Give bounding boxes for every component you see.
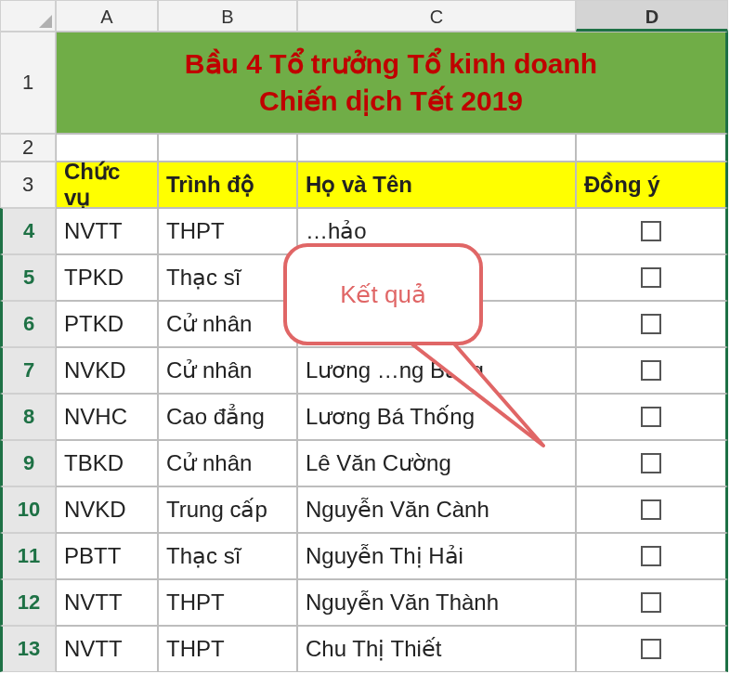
col-header-B[interactable]: B xyxy=(158,0,297,32)
row-header-13[interactable]: 13 xyxy=(0,626,56,672)
cell-10-C[interactable]: Nguyễn Văn Cành xyxy=(297,486,576,533)
row-header-7[interactable]: 7 xyxy=(0,347,56,394)
cell-6-A[interactable]: PTKD xyxy=(56,301,158,347)
col-header-D[interactable]: D xyxy=(576,0,728,32)
cell-11-B[interactable]: Thạc sĩ xyxy=(158,533,297,579)
cell-9-D[interactable] xyxy=(576,440,728,486)
cell-11-A[interactable]: PBTT xyxy=(56,533,158,579)
cell-8-D[interactable] xyxy=(576,394,728,440)
checkbox-row-13[interactable] xyxy=(641,639,661,659)
cell-7-B[interactable]: Cử nhân xyxy=(158,347,297,394)
col-header-A[interactable]: A xyxy=(56,0,158,32)
header-cell-C[interactable]: Họ và Tên xyxy=(297,162,576,208)
cell-5-D[interactable] xyxy=(576,254,728,301)
checkbox-row-11[interactable] xyxy=(641,546,661,566)
cell-12-B[interactable]: THPT xyxy=(158,579,297,626)
cell-6-B[interactable]: Cử nhân xyxy=(158,301,297,347)
cell-7-D[interactable] xyxy=(576,347,728,394)
cell-13-C[interactable]: Chu Thị Thiết xyxy=(297,626,576,672)
row-header-11[interactable]: 11 xyxy=(0,533,56,579)
cell-8-B[interactable]: Cao đẳng xyxy=(158,394,297,440)
cell-2-B[interactable] xyxy=(158,134,297,162)
cell-5-B[interactable]: Thạc sĩ xyxy=(158,254,297,301)
row-header-5[interactable]: 5 xyxy=(0,254,56,301)
row-header-1[interactable]: 1 xyxy=(0,32,56,134)
cell-2-C[interactable] xyxy=(297,134,576,162)
header-cell-D[interactable]: Đồng ý xyxy=(576,162,728,208)
cell-11-C[interactable]: Nguyễn Thị Hải xyxy=(297,533,576,579)
title-line1: Bầu 4 Tổ trưởng Tổ kinh doanh xyxy=(185,45,597,84)
svg-marker-0 xyxy=(399,334,543,446)
row-header-2[interactable]: 2 xyxy=(0,134,56,162)
checkbox-row-5[interactable] xyxy=(641,267,661,288)
cell-12-A[interactable]: NVTT xyxy=(56,579,158,626)
callout-balloon: Kết quả xyxy=(283,243,483,345)
row-header-9[interactable]: 9 xyxy=(0,440,56,486)
row-header-12[interactable]: 12 xyxy=(0,579,56,626)
row-header-4[interactable]: 4 xyxy=(0,208,56,254)
header-cell-A[interactable]: Chức vụ xyxy=(56,162,158,208)
header-cell-B[interactable]: Trình độ xyxy=(158,162,297,208)
cell-7-A[interactable]: NVKD xyxy=(56,347,158,394)
cell-5-A[interactable]: TPKD xyxy=(56,254,158,301)
cell-8-A[interactable]: NVHC xyxy=(56,394,158,440)
row-header-8[interactable]: 8 xyxy=(0,394,56,440)
cell-9-B[interactable]: Cử nhân xyxy=(158,440,297,486)
checkbox-row-6[interactable] xyxy=(641,314,661,334)
cell-2-A[interactable] xyxy=(56,134,158,162)
cell-4-D[interactable] xyxy=(576,208,728,254)
cell-4-B[interactable]: THPT xyxy=(158,208,297,254)
cell-10-A[interactable]: NVKD xyxy=(56,486,158,533)
checkbox-row-8[interactable] xyxy=(641,407,661,427)
checkbox-row-9[interactable] xyxy=(641,453,661,473)
checkbox-row-7[interactable] xyxy=(641,360,661,381)
cell-10-B[interactable]: Trung cấp xyxy=(158,486,297,533)
checkbox-row-12[interactable] xyxy=(641,592,661,613)
select-all-corner[interactable] xyxy=(0,0,56,32)
cell-2-D[interactable] xyxy=(576,134,728,162)
cell-6-D[interactable] xyxy=(576,301,728,347)
cell-13-A[interactable]: NVTT xyxy=(56,626,158,672)
cell-11-D[interactable] xyxy=(576,533,728,579)
col-header-C[interactable]: C xyxy=(297,0,576,32)
cell-9-A[interactable]: TBKD xyxy=(56,440,158,486)
checkbox-row-4[interactable] xyxy=(641,221,661,241)
cell-13-D[interactable] xyxy=(576,626,728,672)
checkbox-row-10[interactable] xyxy=(641,499,661,520)
cell-13-B[interactable]: THPT xyxy=(158,626,297,672)
callout-text: Kết quả xyxy=(340,280,426,309)
cell-4-A[interactable]: NVTT xyxy=(56,208,158,254)
row-header-3[interactable]: 3 xyxy=(0,162,56,208)
row-header-6[interactable]: 6 xyxy=(0,301,56,347)
cell-10-D[interactable] xyxy=(576,486,728,533)
title-merged-cell[interactable]: Bầu 4 Tổ trưởng Tổ kinh doanhChiến dịch … xyxy=(56,32,728,134)
cell-12-C[interactable]: Nguyễn Văn Thành xyxy=(297,579,576,626)
cell-12-D[interactable] xyxy=(576,579,728,626)
title-line2: Chiến dịch Tết 2019 xyxy=(259,83,523,121)
row-header-10[interactable]: 10 xyxy=(0,486,56,533)
